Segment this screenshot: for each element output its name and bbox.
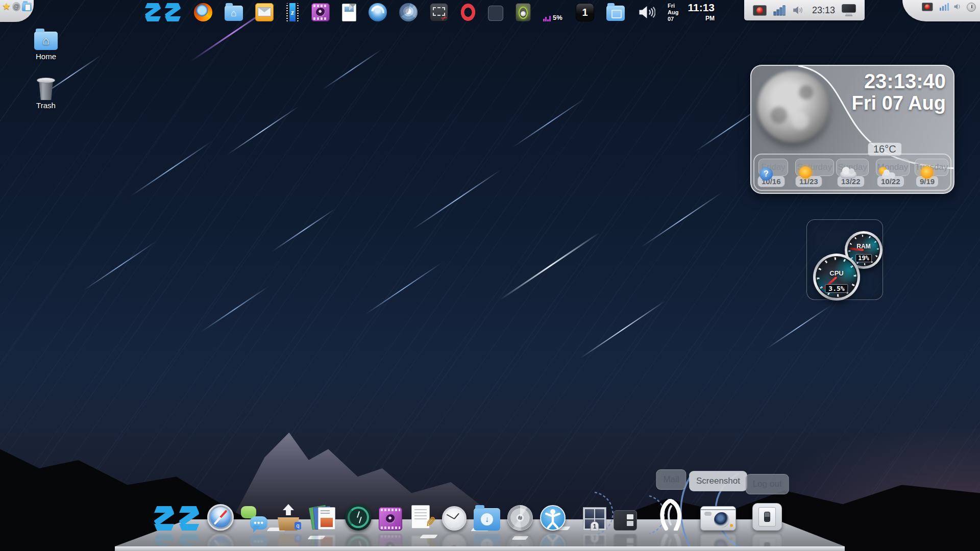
system-tray: 23:13 [744, 0, 865, 20]
logout-tooltip: Log out [746, 474, 789, 494]
zorin-menu-icon[interactable] [144, 3, 182, 21]
clock-time: 11:13 [688, 2, 715, 13]
dock-clock-icon[interactable] [442, 506, 467, 531]
dock-messages-icon[interactable]: ••• [241, 506, 267, 531]
bookmark-star-icon[interactable]: ★ [2, 1, 11, 12]
konqueror-icon[interactable] [369, 3, 387, 21]
calendar-icon[interactable]: 1 [576, 3, 594, 21]
home-folder-launcher-icon[interactable]: ⌂ [225, 6, 243, 21]
documents-folder-icon[interactable] [22, 3, 32, 11]
dock-time-machine-icon[interactable] [345, 504, 372, 531]
weather-sun-icon [921, 166, 933, 179]
weather-time: 23:13:40 [864, 70, 946, 93]
dock-downloads-icon[interactable]: ↓ [474, 508, 500, 531]
clock-weekday: Fri [668, 3, 675, 9]
screenshot-tooltip: Screenshot [689, 471, 747, 491]
contacts-icon[interactable]: @ [12, 2, 20, 11]
forecast-panel: Friday Saturday Sunday Monday Tuesday 10… [753, 154, 951, 191]
dock-platform-edge [115, 546, 845, 551]
dock-window-list-icon[interactable] [614, 510, 637, 531]
weather-widget[interactable]: 23:13:40 Fri 07 Aug 16°C Friday Saturday… [750, 65, 954, 194]
tray-volume-icon[interactable] [792, 5, 805, 16]
dock-package-installer-icon[interactable]: q [275, 504, 302, 531]
dock-text-editor-icon[interactable]: ✎ [409, 504, 435, 531]
dock-safari-icon[interactable] [207, 504, 234, 531]
dock-screenshot-icon[interactable]: Screenshot [700, 506, 736, 531]
cpu-gauge: CPU 3.5% [813, 254, 860, 300]
chromium-icon[interactable] [399, 3, 418, 21]
tray-clock[interactable]: 23:13 [812, 5, 835, 16]
system-monitor-widget[interactable]: RAM 19% CPU 3.5% [806, 219, 883, 300]
dock-cd-burner-icon[interactable] [507, 505, 533, 531]
home-label: Home [24, 52, 67, 61]
cpu-label: CPU [816, 269, 857, 277]
mini-volume-icon[interactable] [953, 3, 963, 11]
mini-clock-icon[interactable] [967, 3, 976, 12]
dock-workspace-pager[interactable]: 1 [583, 507, 606, 531]
dock-accessibility-icon[interactable] [540, 505, 566, 531]
clock-date: Aug 07 [668, 9, 678, 22]
screen-record-icon[interactable] [753, 5, 767, 16]
trash-label: Trash [24, 101, 67, 110]
libreoffice-icon[interactable] [342, 4, 356, 21]
screenshot-tool-icon[interactable] [430, 3, 448, 21]
placeholder-icon[interactable] [488, 6, 503, 21]
mini-signal-icon[interactable] [940, 3, 949, 11]
weather-partly-cloudy-icon [879, 170, 895, 179]
file-manager-icon[interactable] [606, 6, 625, 21]
mini-record-icon[interactable] [922, 3, 933, 11]
dock-media-player-icon[interactable] [379, 507, 402, 531]
audio-player-icon[interactable] [516, 3, 531, 21]
panel-clock[interactable]: Fri Aug 07 11:13 PM [668, 3, 715, 21]
video-player-icon[interactable] [286, 3, 299, 21]
trash-icon [37, 78, 55, 100]
opera-icon[interactable] [460, 3, 476, 21]
weather-cloud-icon [840, 171, 856, 179]
ram-value: 19% [855, 254, 872, 262]
media-player-icon[interactable] [311, 3, 330, 21]
display-icon[interactable] [842, 4, 856, 16]
weather-sun-icon [799, 166, 812, 179]
clock-meridiem: PM [705, 15, 715, 22]
weather-unknown-icon: ? [760, 167, 773, 181]
dock-zorin-menu-icon[interactable] [153, 504, 200, 531]
dock-logout-icon[interactable]: Log out [752, 503, 782, 531]
system-load-value: 5% [553, 14, 562, 21]
pager-badge: 1 [591, 521, 599, 531]
dock-mail-icon[interactable]: Mail [657, 499, 685, 531]
desktop-icon-home[interactable]: ⌂ Home [24, 32, 67, 61]
desktop-screen: ⌂ Home Trash ★ @ ⌂ 5% [0, 0, 980, 551]
panel-corner-right [902, 0, 980, 21]
desktop-icon-trash[interactable]: Trash [24, 78, 67, 110]
firefox-icon[interactable] [194, 3, 212, 21]
cpu-value: 3.5% [825, 284, 848, 293]
mail-icon[interactable] [255, 3, 274, 21]
top-panel: ⌂ 5% 1 Fri Aug 07 [144, 2, 715, 22]
signal-strength-icon[interactable] [773, 5, 786, 16]
volume-icon[interactable] [637, 3, 655, 21]
dock-icons: ••• q ✎ ↓ 1 Mail [153, 482, 782, 531]
mail-tooltip: Mail [656, 469, 686, 490]
system-load-indicator[interactable]: 5% [543, 6, 564, 21]
home-folder-icon: ⌂ [34, 32, 58, 50]
dock-libreoffice-icon[interactable] [309, 503, 338, 531]
ram-label: RAM [847, 243, 880, 250]
weather-date: Fri 07 Aug [852, 92, 946, 114]
moon-image [757, 71, 829, 142]
